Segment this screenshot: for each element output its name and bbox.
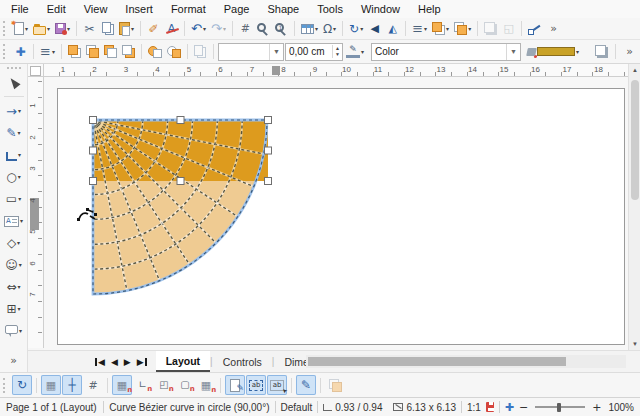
menu-shape[interactable]: Shape xyxy=(258,1,308,17)
dropdown-arrow-icon[interactable]: ▾ xyxy=(576,49,579,55)
zoom-percent[interactable]: 100% xyxy=(608,402,634,413)
selection-handle[interactable] xyxy=(90,117,97,124)
page-style[interactable]: Default xyxy=(281,402,313,413)
dropdown-arrow-icon[interactable]: ▾ xyxy=(223,26,226,32)
selection-handle[interactable] xyxy=(90,178,97,185)
modify-object-with-attributes-button[interactable]: ✎ xyxy=(296,375,316,395)
insert-table-button[interactable]: ▾ xyxy=(299,19,320,38)
cut-button[interactable]: ✂ xyxy=(81,19,98,38)
dropdown-arrow-icon[interactable]: ▾ xyxy=(361,49,364,55)
send-to-back-button[interactable] xyxy=(120,42,137,61)
scroll-up-icon[interactable]: ▲ xyxy=(629,64,640,76)
dropdown-arrow-icon[interactable]: ▾ xyxy=(19,262,22,268)
menu-view[interactable]: View xyxy=(75,1,117,17)
vertical-flip-button[interactable]: ◀ xyxy=(366,19,383,38)
first-page-button[interactable]: ◀ xyxy=(92,357,108,367)
insert-line-button[interactable]: →▾ xyxy=(4,101,23,121)
menu-file[interactable]: File xyxy=(2,1,38,17)
copy-button[interactable] xyxy=(99,19,116,38)
horizontal-scrollbar-thumb[interactable] xyxy=(308,357,566,366)
dropdown-arrow-icon[interactable]: ▾ xyxy=(18,306,21,312)
tab-controls[interactable]: Controls xyxy=(213,351,272,372)
line-width-input[interactable]: 0,00 cm ▲▼ xyxy=(285,43,343,61)
menu-window[interactable]: Window xyxy=(352,1,409,17)
toolbar-overflow-button[interactable]: » xyxy=(621,42,638,61)
fill-type-select[interactable]: Color ▼ xyxy=(371,43,521,61)
select-button[interactable] xyxy=(5,72,22,92)
dropdown-arrow-icon[interactable]: ▾ xyxy=(315,26,318,32)
selection-handle[interactable] xyxy=(177,178,184,185)
zoom-slider[interactable] xyxy=(535,406,585,408)
rectangle-button[interactable]: ▭▾ xyxy=(4,189,23,209)
align-objects-button[interactable]: ≡▾ xyxy=(410,19,429,38)
more-options-button[interactable]: » xyxy=(545,19,562,38)
dropdown-arrow-icon[interactable]: ▾ xyxy=(19,328,22,334)
undo-button[interactable]: ↶▾ xyxy=(189,19,208,38)
zoom-in-button[interactable]: + xyxy=(592,401,601,414)
basic-shapes-button[interactable]: ◇▾ xyxy=(5,233,22,253)
bring-to-front-button[interactable] xyxy=(66,42,83,61)
align-objects-button[interactable]: ≡▾ xyxy=(38,42,57,61)
tab-layout[interactable]: Layout xyxy=(156,351,210,372)
new-document-button[interactable]: ▾ xyxy=(12,19,30,38)
fill-color-button[interactable]: ▾ xyxy=(525,42,581,61)
distribute-button[interactable]: ▾ xyxy=(452,19,473,38)
unsaved-changes-icon[interactable] xyxy=(486,402,494,412)
arrange-button[interactable]: ▾ xyxy=(430,19,451,38)
snap-to-object-points-button[interactable]: ▦ xyxy=(196,375,216,395)
curves-and-polygons-button[interactable]: ✎▾ xyxy=(4,123,22,143)
snap-to-snap-guides-button[interactable]: ∟ xyxy=(133,375,153,395)
chevron-down-icon[interactable]: ▼ xyxy=(506,44,520,60)
dropdown-arrow-icon[interactable]: ▾ xyxy=(468,26,471,32)
dropdown-arrow-icon[interactable]: ▾ xyxy=(18,152,21,158)
flowchart-button[interactable]: ⊞▾ xyxy=(4,299,22,319)
open-button[interactable]: ▾ xyxy=(31,19,52,38)
clear-formatting-button[interactable]: A xyxy=(163,19,180,38)
special-character-button[interactable]: Ω▾ xyxy=(321,19,338,38)
toolbar-grip[interactable] xyxy=(3,378,8,393)
menu-format[interactable]: Format xyxy=(162,1,215,17)
fit-slide-icon[interactable]: ✚ xyxy=(505,402,514,413)
selection-handle[interactable] xyxy=(265,178,272,185)
selection-handle[interactable] xyxy=(90,147,97,154)
save-button[interactable]: ▾ xyxy=(53,19,72,38)
vertical-scrollbar[interactable]: ▲ ▼ xyxy=(628,64,640,350)
dropdown-arrow-icon[interactable]: ▾ xyxy=(25,26,28,32)
display-snap-guides-button[interactable]: ┼ xyxy=(62,375,82,395)
selection-handle[interactable] xyxy=(265,147,272,154)
zoom-pan-button[interactable] xyxy=(255,19,272,38)
chevron-down-icon[interactable]: ▼ xyxy=(269,44,283,60)
dropdown-arrow-icon[interactable]: ▾ xyxy=(446,26,449,32)
toolbar-grip[interactable] xyxy=(3,21,8,36)
scale-indicator[interactable]: 1:1 xyxy=(467,402,481,413)
symbol-shapes-button[interactable]: ☺▾ xyxy=(3,255,24,275)
edit-points-button[interactable] xyxy=(526,19,544,38)
paste-button[interactable]: ▾ xyxy=(117,19,136,38)
dropdown-arrow-icon[interactable]: ▾ xyxy=(203,26,206,32)
selection-handle[interactable] xyxy=(265,117,272,124)
dropdown-arrow-icon[interactable]: ▾ xyxy=(67,26,70,32)
snap-to-grid-button[interactable]: ▦ xyxy=(112,375,132,395)
toolbar-grip[interactable] xyxy=(7,67,21,70)
dropdown-arrow-icon[interactable]: ▾ xyxy=(17,240,20,246)
display-grid-button[interactable]: # xyxy=(237,19,254,38)
select-text-area-only-button[interactable]: ab xyxy=(246,375,266,395)
dropdown-arrow-icon[interactable]: ▾ xyxy=(424,26,427,32)
horizontal-scrollbar[interactable] xyxy=(306,355,626,368)
in-front-of-object-button[interactable] xyxy=(146,42,164,61)
double-click-to-edit-text-button[interactable]: ab xyxy=(267,375,287,395)
menu-help[interactable]: Help xyxy=(409,1,450,17)
zoom-slider-thumb[interactable] xyxy=(557,403,561,412)
allow-quick-editing-button[interactable] xyxy=(225,375,245,395)
dropdown-arrow-icon[interactable]: ▾ xyxy=(20,218,23,224)
scroll-down-icon[interactable]: ▼ xyxy=(629,338,640,350)
menu-tools[interactable]: Tools xyxy=(308,1,352,17)
zoom-out-button[interactable]: − xyxy=(519,401,528,414)
callout-shapes-button[interactable]: ▾ xyxy=(3,321,24,341)
vertical-scrollbar-thumb[interactable] xyxy=(631,80,639,200)
shadow-toggle-button[interactable] xyxy=(593,42,610,61)
last-page-button[interactable]: ▶ xyxy=(134,357,150,367)
menu-edit[interactable]: Edit xyxy=(38,1,75,17)
spin-down-icon[interactable]: ▼ xyxy=(335,52,340,58)
dropdown-arrow-icon[interactable]: ▾ xyxy=(18,284,21,290)
